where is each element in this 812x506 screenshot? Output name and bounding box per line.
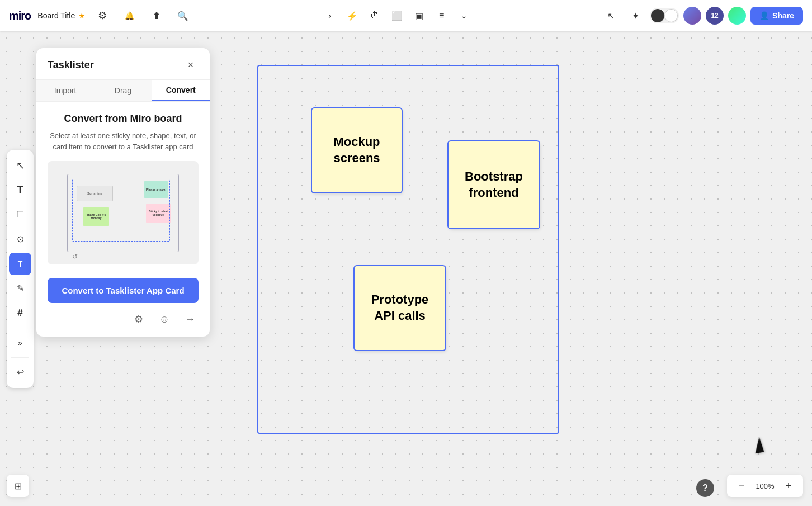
board-frame: Mockup screens Bootstrap frontend Protot… — [257, 65, 559, 434]
share-person-icon: 👤 — [759, 11, 769, 20]
footer-emoji-button[interactable]: ☺ — [156, 311, 173, 328]
bell-button[interactable]: 🔔 — [119, 6, 139, 26]
panel-close-button[interactable]: × — [183, 57, 199, 73]
avatar-2 — [728, 7, 746, 25]
sticky-mockup[interactable]: Mockup screens — [312, 108, 402, 192]
tasklister-panel: Tasklister × Import Drag Convert Convert… — [36, 48, 210, 337]
timer-button[interactable]: ⏱ — [365, 6, 385, 26]
upload-button[interactable]: ⬆ — [146, 6, 166, 26]
tab-drag[interactable]: Drag — [94, 80, 152, 101]
search-button[interactable]: 🔍 — [173, 6, 193, 26]
frame-button[interactable]: ⬜ — [387, 6, 407, 26]
convert-button[interactable]: Convert to Tasklister App Card — [48, 278, 199, 303]
frame-tool[interactable]: # — [9, 302, 31, 324]
board-title-area: Board Title ★ — [37, 11, 86, 20]
panel-content: Convert from Miro board Select at least … — [36, 102, 210, 278]
note-tool[interactable]: ☐ — [9, 204, 31, 226]
link-tool[interactable]: ⊙ — [9, 228, 31, 250]
board-title-text[interactable]: Board Title — [37, 11, 75, 20]
notes-button[interactable]: ≡ — [432, 6, 452, 26]
panel-tabs: Import Drag Convert — [36, 79, 210, 102]
settings-button[interactable]: ⚙ — [92, 6, 112, 26]
zoom-in-button[interactable]: + — [781, 478, 796, 494]
panel-footer: ⚙ ☺ → — [36, 303, 210, 328]
template-tool[interactable]: T — [9, 253, 31, 275]
help-button[interactable]: ? — [696, 479, 714, 497]
sticky-bootstrap[interactable]: Bootstrap frontend — [449, 141, 539, 228]
navbar-right: ↖ ✦ 12 👤 Share — [601, 6, 803, 26]
rotation-handle: ↺ — [72, 253, 78, 261]
navbar: miro Board Title ★ ⚙ 🔔 ⬆ 🔍 › ⚡ ⏱ ⬜ ▣ ≡ ⌄… — [0, 0, 812, 31]
back-button[interactable]: › — [320, 6, 340, 26]
zoom-out-button[interactable]: − — [734, 478, 749, 494]
cursor-arrow — [753, 437, 764, 453]
left-toolbar: ↖ T ☐ ⊙ T ✎ # » ↩ — [7, 150, 34, 388]
zoom-level: 100% — [754, 482, 776, 490]
sticky-prototype-text: Prototype API calls — [371, 292, 429, 324]
footer-settings-button[interactable]: ⚙ — [130, 311, 147, 328]
lightning-button[interactable]: ⚡ — [342, 6, 362, 26]
miro-logo: miro — [9, 10, 31, 22]
panel-header: Tasklister × — [36, 48, 210, 79]
mini-board: Sunshine Play as a team! Sticky to what … — [67, 174, 179, 252]
convert-title: Convert from Miro board — [48, 113, 199, 125]
sidebar-toggle-button[interactable]: ⊞ — [7, 475, 29, 497]
mode-toggle[interactable] — [650, 8, 679, 23]
tab-import[interactable]: Import — [36, 80, 94, 101]
tab-convert[interactable]: Convert — [152, 80, 210, 101]
zoom-controls: − 100% + — [727, 475, 803, 497]
navbar-left: miro Board Title ★ ⚙ 🔔 ⬆ 🔍 — [9, 6, 193, 26]
convert-desc: Select at least one sticky note, shape, … — [48, 130, 199, 152]
select-tool[interactable]: ↖ — [9, 154, 31, 177]
video-button[interactable]: ▣ — [409, 6, 429, 26]
reactions-button[interactable]: ✦ — [625, 6, 645, 26]
footer-logout-button[interactable]: → — [182, 311, 199, 328]
canvas-area[interactable]: ↖ T ☐ ⊙ T ✎ # » ↩ Tasklister × Import Dr… — [0, 31, 812, 506]
avatar-1 — [683, 7, 701, 25]
undo-tool[interactable]: ↩ — [9, 361, 31, 384]
preview-area: Sunshine Play as a team! Sticky to what … — [48, 161, 199, 264]
navbar-center: › ⚡ ⏱ ⬜ ▣ ≡ ⌄ — [320, 6, 474, 26]
star-icon[interactable]: ★ — [78, 11, 86, 20]
panel-title: Tasklister — [48, 59, 94, 71]
avatar-count: 12 — [706, 7, 724, 25]
cursor-mode-button[interactable]: ↖ — [601, 6, 621, 26]
text-tool[interactable]: T — [9, 179, 31, 201]
sticky-bootstrap-text: Bootstrap frontend — [465, 169, 523, 201]
pencil-tool[interactable]: ✎ — [9, 277, 31, 300]
share-label: Share — [772, 11, 794, 20]
share-button[interactable]: 👤 Share — [750, 7, 803, 25]
sticky-mockup-text: Mockup screens — [333, 134, 380, 166]
sticky-prototype[interactable]: Prototype API calls — [355, 266, 445, 350]
more-nav-button[interactable]: ⌄ — [454, 6, 474, 26]
more-tool[interactable]: » — [9, 332, 31, 354]
